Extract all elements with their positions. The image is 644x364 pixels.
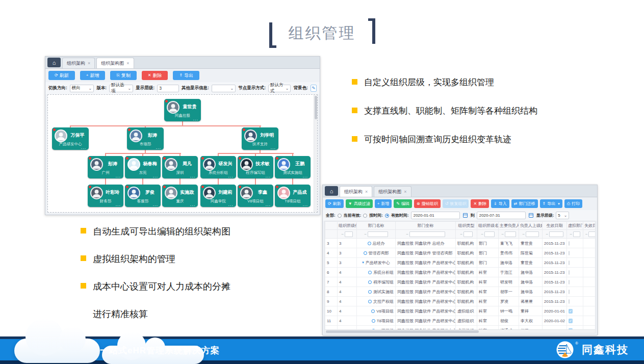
- more-icon[interactable]: ...: [156, 145, 161, 150]
- org-node[interactable]: 彭涛市场部...: [127, 127, 164, 150]
- close-icon[interactable]: ×: [126, 61, 129, 66]
- org-node[interactable]: 周凡深圳...: [162, 156, 198, 178]
- table-row[interactable]: 64系统分析组同鑫控股 同鑫软件 产品研发中心 系统分析组职能机构科室于浩江施华…: [325, 268, 596, 277]
- more-icon[interactable]: ...: [228, 174, 234, 178]
- tab-org-chart[interactable]: 组织架构图 ×: [374, 186, 411, 197]
- tab-org-structure[interactable]: 组织架构 ×: [62, 58, 95, 68]
- virtual-checkbox[interactable]: [569, 280, 570, 284]
- copy-button[interactable]: ⎘复制: [110, 71, 136, 80]
- more-icon[interactable]: ...: [190, 202, 195, 207]
- column-header[interactable]: 组织类型: [456, 222, 477, 230]
- plus-button[interactable]: +新增: [80, 71, 106, 80]
- tab-org-chart[interactable]: 组织架构图 ×: [96, 58, 134, 68]
- org-node[interactable]: 万保平产品研发中心...: [52, 127, 89, 150]
- org-node[interactable]: 产品成T8项目组...: [275, 185, 311, 207]
- home-tab[interactable]: ⌂: [325, 186, 338, 196]
- org-circle-icon[interactable]: [368, 290, 372, 294]
- column-header[interactable]: 组织层级代码: [338, 222, 357, 230]
- org-circle-icon[interactable]: [368, 271, 372, 274]
- more-icon[interactable]: ...: [190, 174, 195, 178]
- org-node[interactable]: 研发兴系统分析组...: [200, 156, 236, 178]
- org-node[interactable]: 彭涛广州...: [88, 156, 123, 178]
- more-icon[interactable]: ...: [81, 145, 86, 150]
- more-icon[interactable]: ...: [152, 174, 158, 178]
- column-header[interactable]: 生效日期: [543, 222, 567, 230]
- filter-select[interactable]: ⌄: [212, 85, 236, 92]
- home-tab[interactable]: ⌂: [47, 58, 61, 67]
- refresh-button[interactable]: ⟳刷新: [325, 199, 344, 208]
- virtual-checkbox[interactable]: [569, 299, 570, 304]
- more-icon[interactable]: ...: [228, 202, 234, 207]
- virtual-checkbox[interactable]: [569, 270, 570, 275]
- calendar-icon[interactable]: [463, 213, 468, 218]
- table-row[interactable]: 104V8项目组同鑫控股 同鑫软件 产品研发中心 V8项目组虚拟组织科室钟一鸣童…: [325, 306, 596, 316]
- radio-button[interactable]: [338, 214, 342, 218]
- more-icon[interactable]: ...: [302, 202, 308, 207]
- column-filter-input[interactable]: [505, 231, 516, 237]
- more-icon[interactable]: ...: [270, 145, 276, 150]
- calendar-icon[interactable]: [529, 213, 533, 218]
- more-icon[interactable]: ...: [152, 202, 158, 207]
- filter-select[interactable]: 默认方式⌄: [268, 85, 291, 92]
- vertical-scrollbar[interactable]: [314, 95, 317, 212]
- radio-button[interactable]: [385, 214, 389, 218]
- org-node[interactable]: 李鑫V8项目组...: [238, 185, 273, 207]
- org-circle-icon[interactable]: [371, 309, 375, 313]
- revoke-button[interactable]: ⊗撤销组织: [414, 199, 441, 208]
- column-filter-input[interactable]: [463, 231, 473, 237]
- background-color-button[interactable]: ✎: [311, 85, 317, 92]
- column-filter-input[interactable]: [345, 231, 353, 237]
- table-row[interactable]: 74程序编写组同鑫控股 同鑫软件 产品研发中心 程序编写组职能机构科室研发明施华…: [325, 277, 596, 287]
- table-row[interactable]: 114T8项目组同鑫控股 同鑫软件 产品研发中心 T8项目组虚拟组织科室胡俊李大…: [325, 316, 596, 326]
- close-icon[interactable]: ×: [404, 189, 406, 194]
- org-circle-icon[interactable]: [364, 251, 367, 255]
- table-row[interactable]: 84测试实施组同鑫控股 同鑫软件 产品研发中心 测试实施组职能机构科室胡学一施华…: [325, 287, 596, 297]
- more-icon[interactable]: ...: [115, 202, 121, 207]
- column-header[interactable]: 主要负责人: [499, 222, 519, 230]
- radio-button[interactable]: [363, 214, 367, 218]
- more-icon[interactable]: ...: [265, 174, 271, 178]
- filter-button[interactable]: ▼高级过滤: [346, 199, 373, 208]
- refresh-button[interactable]: ⟳刷新: [48, 71, 75, 80]
- table-row[interactable]: 43管理咨询部同鑫控股 同鑫软件 管理咨询部职能机构部门姜伟伟陈世菊2015-1…: [325, 248, 596, 258]
- more-icon[interactable]: ...: [193, 117, 198, 121]
- column-filter-input[interactable]: [526, 231, 539, 237]
- table-row[interactable]: 53▾产品研发中心同鑫控股 同鑫软件 产品研发中心职能机构部门施华洛童世贵201…: [325, 258, 596, 268]
- column-header[interactable]: 虚拟部门: [567, 222, 583, 230]
- expand-caret-icon[interactable]: ▾: [362, 261, 364, 265]
- virtual-checkbox[interactable]: [569, 290, 570, 294]
- column-header[interactable]: 组织层级名称: [477, 222, 499, 230]
- edit-button[interactable]: ✎编辑: [394, 199, 412, 208]
- org-node[interactable]: 技术敏程序编写组...: [238, 156, 273, 178]
- virtual-checkbox[interactable]: [569, 251, 570, 255]
- plus-button[interactable]: +新增: [375, 199, 392, 208]
- date-to-input[interactable]: 2020-07-31: [477, 212, 526, 219]
- org-node[interactable]: 童世贵同鑫控股...: [164, 99, 201, 121]
- virtual-checkbox[interactable]: ✓: [569, 309, 573, 314]
- delete-button[interactable]: ✕删除: [142, 71, 168, 80]
- filter-select[interactable]: 默认选项⌄: [109, 85, 133, 92]
- org-circle-icon[interactable]: [368, 280, 372, 284]
- tab-org-structure[interactable]: 组织架构 ×: [340, 186, 372, 197]
- column-filter-input[interactable]: [573, 231, 580, 237]
- org-node[interactable]: 王鹏测试实施组...: [275, 156, 311, 178]
- scrollbar-thumb[interactable]: [315, 96, 317, 119]
- column-filter-input[interactable]: [484, 231, 495, 237]
- scrollbar-thumb[interactable]: [326, 330, 479, 333]
- org-node[interactable]: 叶彩玲财务部...: [88, 185, 123, 207]
- more-icon[interactable]: ...: [302, 174, 308, 178]
- display-level-select[interactable]: 5⌄: [556, 212, 569, 219]
- org-circle-icon[interactable]: [372, 319, 375, 323]
- virtual-checkbox[interactable]: ✓: [569, 319, 573, 323]
- column-filter-input[interactable]: [588, 231, 596, 237]
- close-icon[interactable]: ×: [88, 61, 90, 66]
- column-header[interactable]: 部门全称: [396, 222, 456, 230]
- org-circle-icon[interactable]: [368, 242, 371, 245]
- org-node[interactable]: 刘建莉同鑫学院...: [200, 185, 236, 207]
- export-button[interactable]: ⇑导出▾: [540, 199, 562, 208]
- column-filter-input[interactable]: [368, 231, 388, 237]
- column-header[interactable]: 负责人上级姓名: [519, 222, 543, 230]
- filter-input[interactable]: 3: [157, 85, 179, 92]
- org-node[interactable]: 刘学明技术支持...: [242, 127, 278, 150]
- table-row[interactable]: 33总经办同鑫控股 同鑫软件 总经办职能机构部门董飞飞童世贵2015-11-23: [325, 239, 596, 248]
